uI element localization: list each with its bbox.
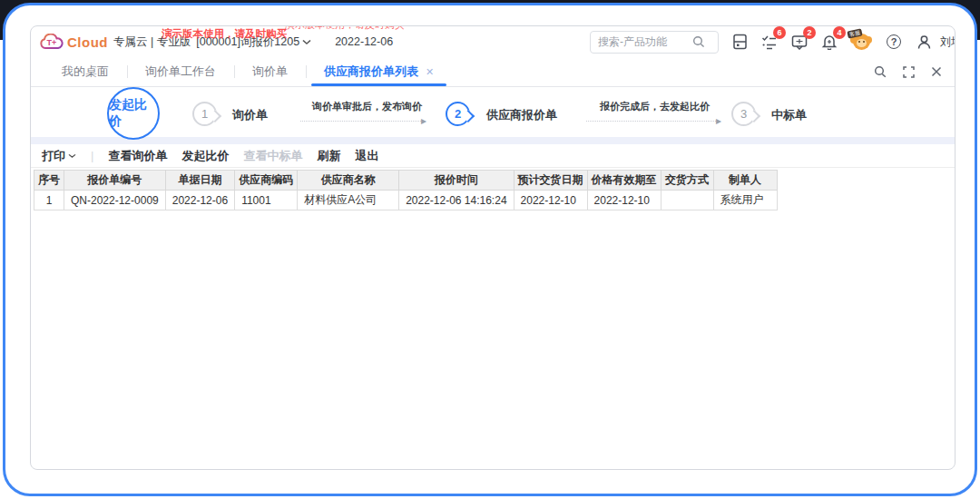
message-badge: 2 — [803, 26, 816, 39]
notification-badge: 4 — [833, 26, 846, 39]
arrow-right-icon: ▸ — [716, 114, 721, 127]
todo-badge: 6 — [773, 26, 786, 39]
browser-frame: 演示版本使用，请及时购买 演示版本使用，请及时购买 T+ Cloud 专属云 |… — [3, 3, 977, 496]
app-logo: T+ Cloud — [40, 34, 108, 50]
tab-my-desktop[interactable]: 我的桌面 — [44, 57, 127, 86]
step-2-label: 供应商报价单 — [486, 107, 557, 123]
start-compare-button[interactable]: 发起比价 — [181, 148, 229, 164]
col-seq[interactable]: 序号 — [34, 171, 64, 191]
print-button[interactable]: 打印 — [42, 148, 76, 164]
app-window: 演示版本使用，请及时购买 演示版本使用，请及时购买 T+ Cloud 专属云 |… — [30, 25, 956, 470]
service-mascot-icon[interactable]: 客服 — [849, 32, 873, 52]
fullscreen-icon[interactable] — [903, 66, 915, 78]
cell-doc-date[interactable]: 2022-12-06 — [165, 191, 234, 210]
workflow-stepper: 发起比价 1 询价单 询价单审批后，发布询价 ▸ 2 供应商报价单 报价完成后，… — [31, 87, 955, 137]
step-1-circle: 1 — [192, 102, 217, 126]
app-header: 演示版本使用，请及时购买 演示版本使用，请及时购买 T+ Cloud 专属云 |… — [31, 26, 955, 57]
connector-1: 询价单审批后，发布询价 ▸ — [300, 121, 423, 122]
cell-expected-delivery[interactable]: 2022-12-10 — [514, 191, 587, 210]
notification-bell-icon[interactable]: 4 — [820, 33, 838, 51]
refresh-button[interactable]: 刷新 — [317, 148, 340, 164]
col-supplier-code[interactable]: 供应商编码 — [235, 171, 298, 191]
step-3-circle: 3 — [731, 102, 756, 126]
tab-supplier-quotation-list[interactable]: 供应商报价单列表 ✕ — [306, 57, 452, 86]
cell-quote-time[interactable]: 2022-12-06 14:16:24 — [399, 191, 514, 210]
tab-search-icon[interactable] — [874, 65, 887, 78]
cloud-logo-icon: T+ — [40, 34, 64, 50]
cell-supplier-name[interactable]: 材料供应A公司 — [298, 191, 399, 210]
search-input[interactable] — [598, 35, 689, 48]
list-toolbar: 打印 | 查看询价单 发起比价 查看中标单 刷新 退出 — [31, 144, 955, 168]
tab-bar: 我的桌面 询价单工作台 询价单 供应商报价单列表 ✕ — [31, 57, 955, 87]
exit-button[interactable]: 退出 — [355, 148, 378, 164]
connector-1-label: 询价单审批后，发布询价 — [312, 100, 457, 113]
col-quote-time[interactable]: 报价时间 — [399, 171, 514, 191]
connector-2-label: 报价完成后，去发起比价 — [600, 100, 745, 113]
col-creator[interactable]: 制单人 — [713, 171, 777, 191]
cell-quotation-no[interactable]: QN-2022-12-0009 — [64, 191, 166, 210]
step-3-label: 中标单 — [771, 107, 807, 123]
col-doc-date[interactable]: 单据日期 — [165, 171, 234, 191]
user-icon[interactable] — [915, 33, 933, 51]
demo-warning-text: 演示版本使用，请及时购买 — [162, 27, 287, 41]
start-compare-circle-button[interactable]: 发起比价 — [107, 87, 160, 140]
help-icon[interactable]: ? — [885, 33, 903, 51]
connector-2: 报价完成后，去发起比价 ▸ — [586, 121, 718, 122]
section-divider — [31, 137, 955, 144]
table-row[interactable]: 1 QN-2022-12-0009 2022-12-06 11001 材料供应A… — [34, 191, 778, 210]
cell-supplier-code[interactable]: 11001 — [235, 191, 298, 210]
clipped-demo-warning: 演示版本使用，请及时购买 — [285, 25, 405, 30]
cell-price-valid-until[interactable]: 2022-12-10 — [587, 191, 661, 210]
chevron-down-icon — [302, 39, 311, 44]
search-icon — [692, 35, 705, 48]
chevron-down-icon — [68, 153, 76, 158]
view-award-button[interactable]: 查看中标单 — [243, 148, 302, 164]
view-inquiry-button[interactable]: 查看询价单 — [108, 148, 167, 164]
col-quotation-no[interactable]: 报价单编号 — [64, 171, 166, 191]
message-icon[interactable]: 2 — [790, 33, 808, 51]
col-delivery-method[interactable]: 交货方式 — [661, 171, 713, 191]
col-supplier-name[interactable]: 供应商名称 — [298, 171, 399, 191]
toolbar-separator: | — [91, 149, 93, 162]
calculator-icon[interactable] — [730, 33, 749, 51]
arrow-right-icon: ▸ — [421, 114, 426, 127]
step-1-label: 询价单 — [232, 107, 268, 123]
step-2-circle: 2 — [446, 102, 470, 126]
table-header-row: 序号 报价单编号 单据日期 供应商编码 供应商名称 报价时间 预计交货日期 价格… — [34, 171, 778, 191]
quotation-table: 序号 报价单编号 单据日期 供应商编码 供应商名称 报价时间 预计交货日期 价格… — [34, 170, 778, 210]
todo-list-icon[interactable]: 6 — [760, 33, 779, 51]
tab-close-icon[interactable]: ✕ — [426, 66, 434, 78]
username-label[interactable]: 刘培培 — [940, 34, 956, 50]
brand-name: Cloud — [67, 34, 108, 50]
product-search-box[interactable] — [590, 31, 719, 54]
cell-creator[interactable]: 系统用户 — [713, 191, 777, 210]
tab-inquiry-workbench[interactable]: 询价单工作台 — [127, 57, 234, 86]
tab-tools — [874, 57, 955, 86]
close-tabs-icon[interactable] — [931, 66, 942, 77]
tab-inquiry-order[interactable]: 询价单 — [234, 57, 306, 86]
current-date: 2022-12-06 — [335, 35, 393, 48]
col-expected-delivery[interactable]: 预计交货日期 — [514, 171, 587, 191]
svg-text:T+: T+ — [47, 38, 57, 47]
cell-delivery-method[interactable] — [661, 191, 713, 210]
cell-seq[interactable]: 1 — [34, 191, 64, 210]
col-price-valid-until[interactable]: 价格有效期至 — [587, 171, 661, 191]
